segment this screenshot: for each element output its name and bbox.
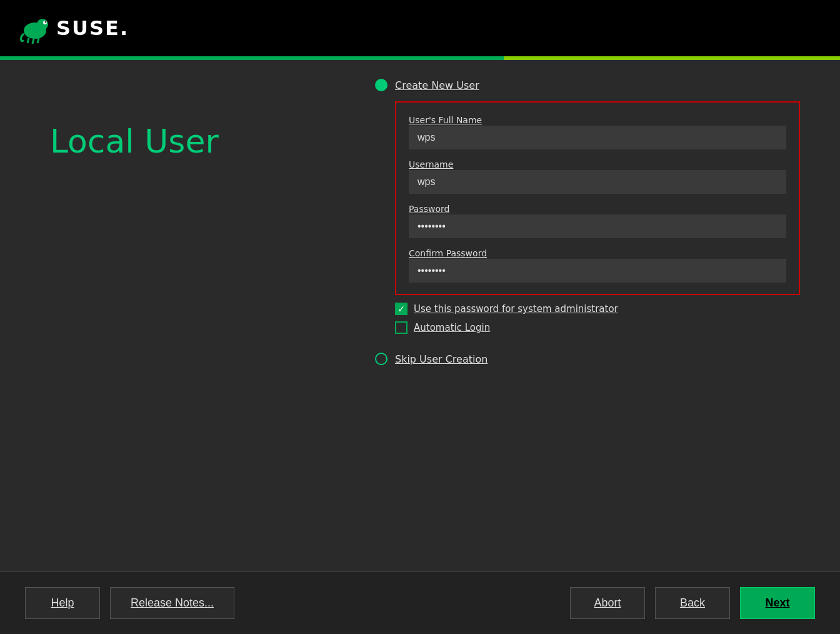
- page-title: Local User: [50, 123, 219, 160]
- chameleon-icon: [19, 12, 51, 44]
- create-new-user-option[interactable]: Create New User: [375, 79, 800, 91]
- next-button[interactable]: Next: [740, 587, 815, 619]
- abort-button[interactable]: Abort: [570, 587, 645, 619]
- confirm-password-label: Confirm Password: [409, 248, 487, 258]
- skip-user-creation-option[interactable]: Skip User Creation: [375, 353, 800, 365]
- svg-line-5: [32, 39, 34, 44]
- footer: Help Release Notes... Abort Back Next: [0, 571, 840, 634]
- suse-wordmark: SUSE.: [56, 16, 129, 40]
- password-label: Password: [409, 204, 449, 214]
- footer-right-buttons: Abort Back Next: [570, 587, 815, 619]
- main-content: Local User Create New User User's Full N…: [0, 60, 840, 571]
- automatic-login-checkbox[interactable]: [395, 321, 408, 334]
- svg-point-3: [45, 21, 47, 23]
- confirm-password-input[interactable]: [409, 259, 786, 283]
- back-button[interactable]: Back: [655, 587, 730, 619]
- use-password-admin-checkbox[interactable]: [395, 303, 408, 315]
- create-new-user-label: Create New User: [395, 79, 479, 91]
- password-input[interactable]: [409, 214, 786, 238]
- checkboxes-area: Use this password for system administrat…: [395, 303, 800, 334]
- username-input[interactable]: [409, 170, 786, 194]
- svg-point-1: [37, 19, 48, 30]
- header: SUSE.: [0, 0, 840, 56]
- skip-user-creation-radio[interactable]: [375, 353, 388, 365]
- automatic-login-row[interactable]: Automatic Login: [395, 321, 800, 334]
- svg-line-6: [38, 38, 39, 43]
- use-password-admin-label: Use this password for system administrat…: [414, 303, 618, 314]
- full-name-label: User's Full Name: [409, 115, 482, 125]
- footer-left-buttons: Help Release Notes...: [25, 587, 234, 619]
- suse-logo: SUSE.: [19, 12, 129, 44]
- form-area: Create New User User's Full Name Usernam…: [375, 79, 800, 365]
- user-form-box: User's Full Name Username Password Confi…: [395, 101, 800, 295]
- svg-line-4: [28, 38, 29, 43]
- create-new-user-radio[interactable]: [375, 79, 388, 91]
- full-name-input[interactable]: [409, 126, 786, 149]
- help-button[interactable]: Help: [25, 587, 100, 619]
- skip-user-creation-label: Skip User Creation: [395, 353, 488, 365]
- release-notes-button[interactable]: Release Notes...: [110, 587, 234, 619]
- use-password-admin-row[interactable]: Use this password for system administrat…: [395, 303, 800, 315]
- username-label: Username: [409, 159, 453, 169]
- automatic-login-label: Automatic Login: [414, 322, 490, 333]
